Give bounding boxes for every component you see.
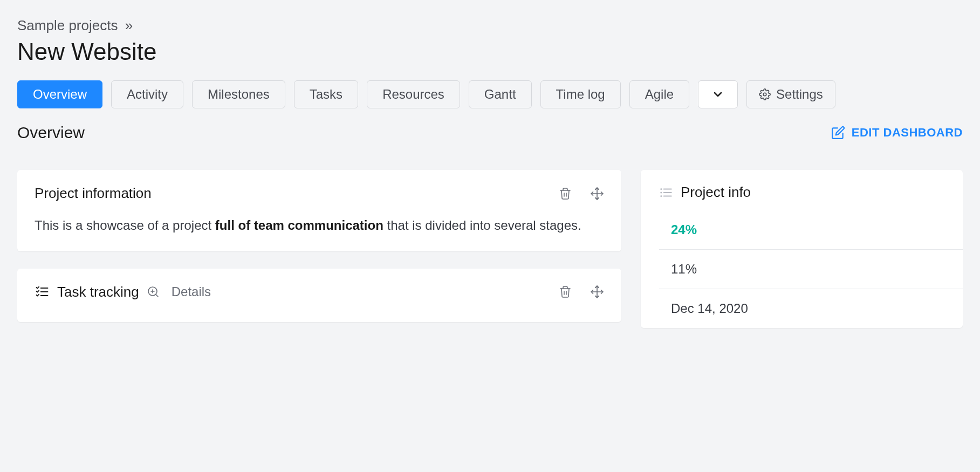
- card-project-info: Project info 24% 11% Dec 14, 2020: [641, 170, 963, 328]
- zoom-in-icon[interactable]: [147, 285, 160, 298]
- card-task-tracking: Task tracking Details: [17, 269, 621, 322]
- edit-dashboard-label: EDIT DASHBOARD: [852, 126, 963, 140]
- project-info-value-2: Dec 14, 2020: [671, 301, 748, 316]
- breadcrumb: Sample projects »: [17, 17, 963, 34]
- tabs-bar: Overview Activity Milestones Tasks Resou…: [17, 80, 963, 108]
- edit-icon: [831, 126, 845, 140]
- svg-point-17: [661, 195, 661, 196]
- project-info-row: 11%: [659, 250, 963, 289]
- tab-agile[interactable]: Agile: [629, 80, 689, 108]
- move-icon[interactable]: [590, 285, 604, 299]
- svg-line-7: [155, 295, 157, 297]
- tab-overview[interactable]: Overview: [17, 80, 102, 108]
- svg-point-16: [661, 192, 661, 193]
- tab-time-log[interactable]: Time log: [540, 80, 621, 108]
- tab-activity[interactable]: Activity: [111, 80, 183, 108]
- tab-more[interactable]: [698, 80, 738, 108]
- project-information-description: This is a showcase of a project full of …: [35, 215, 604, 236]
- card-title-project-information: Project information: [35, 185, 152, 202]
- desc-suffix: that is divided into several stages.: [383, 218, 581, 232]
- project-info-value-1: 11%: [671, 262, 697, 276]
- tab-tasks[interactable]: Tasks: [294, 80, 358, 108]
- trash-icon[interactable]: [559, 285, 572, 298]
- tab-settings-label: Settings: [776, 87, 823, 102]
- card-title-task-tracking: Task tracking: [57, 284, 139, 300]
- project-info-row: 24%: [659, 210, 963, 250]
- list-icon: [659, 186, 673, 200]
- breadcrumb-separator: »: [125, 17, 133, 33]
- edit-dashboard-button[interactable]: EDIT DASHBOARD: [831, 126, 963, 140]
- task-tracking-details-link[interactable]: Details: [172, 284, 211, 299]
- svg-point-0: [763, 93, 766, 96]
- desc-prefix: This is a showcase of a project: [35, 218, 215, 232]
- desc-bold: full of team communication: [215, 218, 383, 232]
- chevron-down-icon: [711, 88, 724, 101]
- breadcrumb-parent[interactable]: Sample projects: [17, 17, 118, 33]
- project-info-value-0: 24%: [671, 222, 697, 237]
- svg-point-15: [661, 188, 661, 189]
- page-title: New Website: [17, 38, 963, 65]
- card-project-information: Project information This is a showcase o…: [17, 170, 621, 251]
- tab-milestones[interactable]: Milestones: [192, 80, 285, 108]
- project-info-title: Project info: [681, 184, 751, 201]
- project-info-row: Dec 14, 2020: [659, 289, 963, 328]
- checklist-icon: [35, 284, 50, 299]
- tab-resources[interactable]: Resources: [367, 80, 460, 108]
- tab-settings[interactable]: Settings: [746, 80, 835, 108]
- move-icon[interactable]: [590, 187, 604, 201]
- tab-gantt[interactable]: Gantt: [469, 80, 532, 108]
- section-title: Overview: [17, 124, 85, 142]
- gear-icon: [759, 88, 771, 100]
- trash-icon[interactable]: [559, 187, 572, 200]
